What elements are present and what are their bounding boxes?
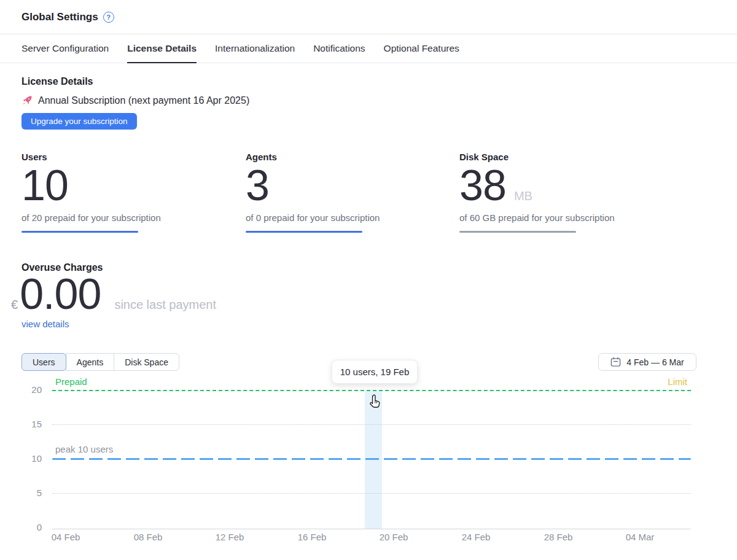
gridline-5 <box>52 493 691 494</box>
currency-symbol: € <box>11 298 18 312</box>
tab-license-details[interactable]: License Details <box>127 34 197 63</box>
license-details-heading: License Details <box>21 76 716 87</box>
subscription-line: Annual Subscription (next payment 16 Apr… <box>21 95 716 106</box>
chart-tooltip: 10 users, 19 Feb <box>332 360 418 384</box>
stat-users-label: Users <box>21 152 246 162</box>
x-tick-04feb: 04 Feb <box>44 532 87 542</box>
usage-chart-section: Users Agents Disk Space 4 Feb — 6 Mar 10… <box>0 346 737 560</box>
chart-metric-toggle-group: Users Agents Disk Space <box>21 353 179 371</box>
stat-users: Users 10 of 20 prepaid for your subscrip… <box>21 152 246 233</box>
overuse-amount: 0.00 <box>20 272 101 317</box>
stat-disk-label: Disk Space <box>459 152 716 162</box>
y-tick-15: 15 <box>21 419 42 429</box>
x-tick-28feb: 28 Feb <box>537 532 580 542</box>
stat-agents-label: Agents <box>246 152 459 162</box>
overuse-amount-row: € 0.00 since last payment <box>11 272 716 317</box>
x-tick-20feb: 20 Feb <box>372 532 415 542</box>
prepaid-annotation: Prepaid <box>55 376 87 387</box>
stat-disk-bar <box>459 231 576 233</box>
tab-server-configuration[interactable]: Server Configuration <box>21 34 109 63</box>
x-tick-08feb: 08 Feb <box>127 532 170 542</box>
prepaid-limit-line <box>52 390 691 391</box>
gridline-15 <box>52 424 691 425</box>
toggle-users[interactable]: Users <box>21 353 66 371</box>
toggle-disk-space[interactable]: Disk Space <box>114 353 179 371</box>
rocket-icon <box>21 95 33 106</box>
x-tick-16feb: 16 Feb <box>291 532 333 542</box>
stat-disk-space: Disk Space 38 MB of 60 GB prepaid for yo… <box>459 152 716 233</box>
upgrade-subscription-button[interactable]: Upgrade your subscription <box>21 113 137 130</box>
tab-internationalization[interactable]: Internationalization <box>215 34 295 63</box>
stat-agents-caption: of 0 prepaid for your subscription <box>246 212 459 223</box>
page-header: Global Settings ? <box>0 0 737 34</box>
tabs-row: Server Configuration License Details Int… <box>0 34 737 63</box>
x-tick-24feb: 24 Feb <box>454 532 497 542</box>
stat-agents-value: 3 <box>246 163 269 208</box>
y-tick-10: 10 <box>21 453 42 464</box>
stat-agents: Agents 3 of 0 prepaid for your subscript… <box>246 152 459 233</box>
stat-disk-value: 38 <box>459 163 506 208</box>
page-title: Global Settings <box>21 11 98 23</box>
stat-disk-unit: MB <box>514 189 532 203</box>
tab-optional-features[interactable]: Optional Features <box>384 34 459 63</box>
x-tick-04mar: 04 Mar <box>618 532 661 542</box>
x-tick-12feb: 12 Feb <box>208 532 251 542</box>
y-tick-5: 5 <box>21 488 42 498</box>
y-tick-0: 0 <box>21 522 42 532</box>
stats-row: Users 10 of 20 prepaid for your subscrip… <box>21 152 716 233</box>
stat-users-caption: of 20 prepaid for your subscription <box>21 212 246 223</box>
tab-notifications[interactable]: Notifications <box>313 34 365 63</box>
date-range-label: 4 Feb — 6 Mar <box>626 357 684 367</box>
view-details-link[interactable]: view details <box>21 319 69 329</box>
pointer-cursor-icon <box>368 394 381 412</box>
overuse-note: since last payment <box>114 298 216 312</box>
limit-annotation: Limit <box>668 376 687 387</box>
subscription-text: Annual Subscription (next payment 16 Apr… <box>38 95 249 106</box>
stat-users-value: 10 <box>21 163 68 208</box>
users-series-line[interactable] <box>52 458 691 460</box>
calendar-icon <box>610 357 621 367</box>
y-tick-20: 20 <box>21 384 42 395</box>
stat-users-bar <box>21 231 138 233</box>
x-axis-line <box>52 529 691 529</box>
toggle-agents[interactable]: Agents <box>66 353 115 371</box>
help-icon[interactable]: ? <box>103 12 114 23</box>
date-range-picker[interactable]: 4 Feb — 6 Mar <box>598 353 696 371</box>
stat-agents-bar <box>246 231 362 233</box>
peak-users-annotation: peak 10 users <box>55 444 113 454</box>
stat-disk-caption: of 60 GB prepaid for your subscription <box>459 212 716 223</box>
